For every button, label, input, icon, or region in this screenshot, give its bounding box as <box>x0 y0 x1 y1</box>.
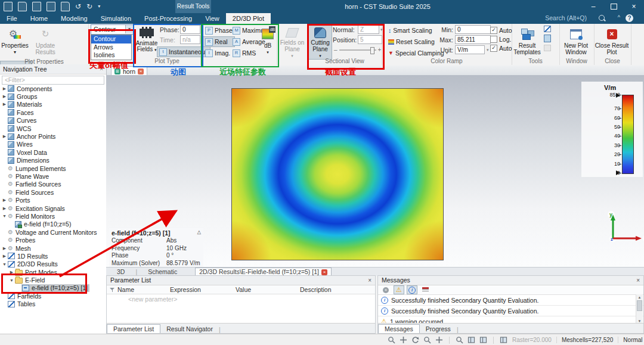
tree-item-wcs[interactable]: WCS <box>0 125 106 132</box>
result-templates-button[interactable]: Result Templates <box>512 25 543 60</box>
chart-tool-icon[interactable] <box>544 26 551 32</box>
contour-combobox[interactable]: Contour ▾ <box>91 24 134 35</box>
tree-item-farfield-sources[interactable]: ⚙Farfield Sources <box>0 181 106 188</box>
tab-messages[interactable]: Messages <box>378 324 420 333</box>
tree-item-plane-wave[interactable]: ⚙Plane Wave <box>0 172 106 180</box>
tree-item-materials[interactable]: ▶Materials <box>0 101 106 108</box>
warnings-filter-icon[interactable]: ⚠ <box>394 285 404 294</box>
dropdown-option-isolines[interactable]: Isolines <box>91 51 131 60</box>
main-view[interactable]: V/m 85.2706050403020100 △ e-field (f=10;… <box>106 75 644 267</box>
scroll-up-icon[interactable]: ▲ <box>636 294 643 300</box>
zoom-icon[interactable] <box>423 336 431 344</box>
restore-button[interactable] <box>603 0 624 13</box>
search-input[interactable]: Search (Alt+Q) <box>545 14 587 21</box>
tree-item-voxel-data[interactable]: Voxel Data <box>0 148 106 156</box>
tree-item-e-field-f-10-z-5-[interactable]: e-field (f=10;z=5) <box>0 220 106 228</box>
close-view-icon[interactable]: × <box>321 269 327 275</box>
save-all-icon[interactable] <box>47 2 55 11</box>
tree-item-anchor-points[interactable]: ▶Anchor Points <box>0 132 106 140</box>
tree-item-port-modes[interactable]: ▶Port Modes <box>0 268 106 276</box>
close-icon[interactable]: × <box>636 276 640 285</box>
tree-item-dimensions[interactable]: Dimensions <box>0 157 106 164</box>
dropdown-option-arrows[interactable]: Arrows <box>91 43 131 52</box>
tree-item-excitation-signals[interactable]: ▶⚙Excitation Signals <box>0 204 106 212</box>
export-icon[interactable] <box>500 336 507 344</box>
dropdown-option-contour[interactable]: Contour <box>91 35 131 43</box>
max-input[interactable]: 85.211 <box>455 35 491 44</box>
chevron-down-icon[interactable]: ▾ <box>487 48 489 52</box>
chevron-right-icon[interactable]: ▶ <box>2 134 7 139</box>
tab-schematic[interactable]: Schematic <box>137 268 188 275</box>
slider-plus[interactable]: + <box>378 46 382 53</box>
position-slider[interactable]: – + <box>334 46 381 53</box>
rotate-icon[interactable] <box>411 336 419 344</box>
tree-item-wires[interactable]: Wires <box>0 141 106 148</box>
close-button[interactable]: × <box>624 0 644 13</box>
new-file-icon[interactable] <box>4 2 13 11</box>
mesh-mode-status[interactable]: Normal <box>618 337 644 343</box>
tab-progress[interactable]: Progress <box>420 325 457 333</box>
fields-on-plane-button[interactable]: Fields on Plane▾ <box>278 25 306 60</box>
unit-select[interactable]: V/m <box>455 45 485 54</box>
tree-item-e-field-f-10-z-5-1-[interactable]: e-field (f=10;z=5) [1] <box>0 284 106 292</box>
filter-icon[interactable] <box>110 287 115 293</box>
field-contour-plot[interactable] <box>231 88 444 260</box>
log-checkbox[interactable]: Log. <box>490 35 512 43</box>
cutting-plane-button[interactable]: Cutting Plane▾ <box>308 25 332 60</box>
help-icon[interactable]: ? <box>626 14 633 22</box>
redo-icon[interactable]: ↻ <box>86 2 92 11</box>
chevron-right-icon[interactable]: ▶ <box>2 206 7 211</box>
column-name[interactable]: Name <box>117 286 170 293</box>
tree-item-voltage-and-current-monitors[interactable]: ⚙Voltage and Current Monitors <box>0 228 106 236</box>
collapse-icon[interactable]: △ <box>197 229 201 235</box>
phase-input[interactable]: 0 <box>180 25 200 34</box>
close-icon[interactable]: × <box>100 64 103 74</box>
position-input[interactable]: 5 <box>358 35 382 44</box>
tree-filter-input[interactable]: <Filter> <box>2 76 104 85</box>
close-tab-icon[interactable]: × <box>138 69 144 74</box>
tree-item-components[interactable]: ▶Components <box>0 85 106 92</box>
chevron-down-icon[interactable]: ▼ <box>2 214 7 218</box>
properties-button[interactable]: ⚙ Properties▾ <box>0 25 30 60</box>
chevron-right-icon[interactable]: ▶ <box>2 254 7 259</box>
new-plot-window-button[interactable]: New Plot Window <box>559 25 593 60</box>
tree-item-tables[interactable]: Tables <box>0 300 106 308</box>
tree-item-probes[interactable]: ⚙Probes <box>0 236 106 244</box>
center-view-icon[interactable] <box>435 336 443 344</box>
column-expression[interactable]: Expression <box>170 286 236 293</box>
export-icon[interactable] <box>61 2 70 11</box>
tree-item-curves[interactable]: Curves <box>0 117 106 125</box>
tab-2d3d-plot[interactable]: 2D/3D Plot <box>226 13 271 24</box>
layout-icon[interactable] <box>467 336 475 344</box>
pan-icon[interactable] <box>400 336 407 344</box>
tab-parameter-list[interactable]: Parameter List <box>107 324 160 333</box>
collapse-ribbon-icon[interactable]: ^ <box>618 14 620 20</box>
render-icon[interactable] <box>479 336 487 344</box>
clear-list-icon[interactable] <box>420 285 431 294</box>
tree-item-field-monitors[interactable]: ▼⚙Field Monitors <box>0 212 106 220</box>
chevron-down-icon[interactable]: ▼ <box>2 262 7 266</box>
new-parameter-row[interactable]: <new parameter> <box>107 294 375 303</box>
menu-tab-simulation[interactable]: Simulation <box>94 13 138 24</box>
tab-3d[interactable]: 3D <box>106 268 135 275</box>
tree-item-e-field[interactable]: ▼E-Field <box>0 276 106 284</box>
magnifier-icon[interactable] <box>456 336 463 344</box>
menu-tab-view[interactable]: View <box>199 13 226 24</box>
scroll-thumb[interactable] <box>637 300 642 311</box>
chevron-down-icon[interactable]: ▼ <box>9 278 14 282</box>
search-icon[interactable] <box>599 15 605 21</box>
tree-item-ports[interactable]: ▶⚙Ports <box>0 196 106 204</box>
tree-item-farfields[interactable]: Farfields <box>0 292 106 300</box>
menu-tab-post-processing[interactable]: Post-Processing <box>138 13 199 24</box>
calculator-icon[interactable] <box>544 35 551 42</box>
column-value[interactable]: Value <box>236 286 300 293</box>
close-icon[interactable]: × <box>368 276 371 285</box>
tree-item-2d-3d-results[interactable]: ▼2D/3D Results <box>0 260 106 268</box>
chevron-right-icon[interactable]: ▶ <box>2 198 7 203</box>
info-filter-icon[interactable]: i <box>407 285 417 294</box>
chevron-right-icon[interactable]: ▶ <box>2 94 7 99</box>
chevron-down-icon[interactable]: ▾ <box>125 25 133 33</box>
tree-item-field-sources[interactable]: ⚙Field Sources <box>0 188 106 196</box>
message-row[interactable]: iSuccessfully finished Secondary Quantit… <box>378 306 643 316</box>
normal-select[interactable]: Z <box>358 25 379 34</box>
